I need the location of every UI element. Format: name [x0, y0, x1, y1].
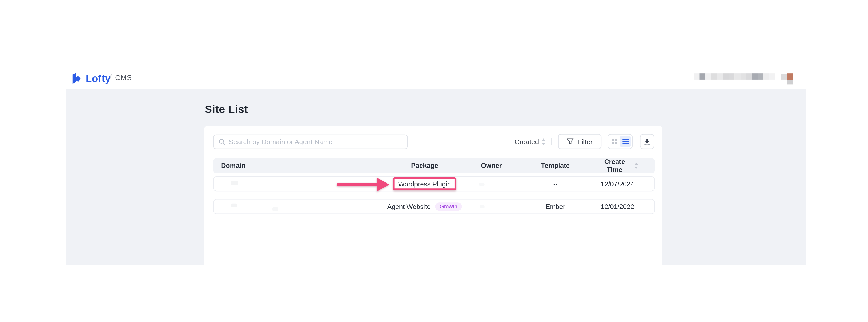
- redacted-domain-block: [231, 203, 237, 207]
- redacted-pixel-block: [752, 73, 758, 79]
- redacted-pixel-block: [764, 73, 769, 79]
- avatar-pixel-block: [787, 73, 793, 80]
- cell-owner-redacted: [469, 200, 514, 214]
- annotation-arrow-icon: [337, 176, 390, 192]
- lofty-logo-icon: [70, 72, 83, 85]
- column-header-package: Package: [380, 162, 469, 170]
- redacted-domain-block: [231, 181, 238, 185]
- list-controls: Created Filter: [515, 134, 655, 149]
- download-button[interactable]: [640, 134, 654, 149]
- avatar-pixel-block: [781, 74, 787, 79]
- column-header-create-time[interactable]: Create Time: [597, 158, 655, 173]
- cell-create-time: 12/07/2024: [597, 177, 654, 191]
- column-header-template: Template: [514, 162, 597, 170]
- redacted-pixel-block: [711, 73, 717, 79]
- list-view-button[interactable]: [620, 136, 631, 148]
- package-name: Agent Website: [388, 203, 431, 211]
- user-avatar-redacted[interactable]: [781, 73, 793, 85]
- divider: [552, 138, 552, 145]
- filter-funnel-icon: [567, 138, 574, 145]
- list-view-icon: [622, 138, 629, 144]
- table-row[interactable]: Wordpress Plugin -- 12/07/2024: [213, 176, 655, 192]
- grid-view-button[interactable]: [609, 136, 620, 148]
- create-time-label: Create Time: [597, 158, 632, 173]
- redacted-domain-block: [272, 207, 278, 211]
- brand-name: Lofty: [86, 73, 111, 84]
- redacted-pixel-block: [740, 73, 746, 79]
- cell-template: --: [514, 177, 597, 191]
- grid-view-icon: [612, 138, 618, 144]
- breadcrumb-cms: CMS: [115, 74, 132, 81]
- cell-package: Wordpress Plugin: [380, 177, 469, 191]
- column-header-owner: Owner: [469, 162, 514, 170]
- filter-button-label: Filter: [578, 138, 593, 146]
- cell-template: Ember: [514, 200, 597, 214]
- redacted-pixel-block: [717, 73, 723, 79]
- top-header-bar: Lofty / CMS: [0, 0, 868, 89]
- redacted-pixel-block: [746, 73, 752, 79]
- redacted-pixel-block: [723, 73, 729, 79]
- download-icon: [643, 138, 651, 146]
- site-list-card: Created Filter: [204, 126, 662, 265]
- avatar-pixel-block: [787, 80, 793, 84]
- lofty-brand-link[interactable]: Lofty: [70, 72, 111, 85]
- created-sort-label: Created: [515, 138, 539, 146]
- created-sort-control[interactable]: Created: [515, 138, 546, 146]
- redacted-owner-block: [480, 205, 485, 209]
- sort-arrows-icon: [634, 162, 638, 169]
- redacted-pixel-block: [769, 73, 775, 79]
- cell-owner-redacted: [469, 177, 514, 191]
- cell-domain-redacted: [214, 200, 380, 214]
- search-input[interactable]: [229, 138, 402, 146]
- view-toggle-group: [608, 134, 632, 149]
- cell-create-time: 12/01/2022: [597, 200, 654, 214]
- search-box: [213, 134, 408, 149]
- redacted-pixel-block: [735, 73, 741, 79]
- table-header-row: Domain Package Owner Template Create Tim…: [213, 158, 655, 173]
- page-canvas: Lofty / CMS Site List Created: [0, 0, 868, 322]
- redacted-user-info: [694, 73, 775, 79]
- column-header-domain: Domain: [213, 162, 380, 170]
- redacted-pixel-block: [700, 73, 706, 79]
- growth-badge: Growth: [435, 202, 462, 211]
- sort-arrows-icon: [541, 138, 546, 145]
- breadcrumb-separator: /: [110, 72, 112, 81]
- redacted-pixel-block: [706, 73, 711, 79]
- redacted-pixel-block: [694, 73, 700, 79]
- package-highlight-box: Wordpress Plugin: [393, 178, 457, 190]
- search-icon: [219, 138, 225, 145]
- page-title: Site List: [205, 103, 248, 116]
- redacted-pixel-block: [758, 73, 764, 79]
- redacted-owner-block: [479, 183, 485, 186]
- table-row[interactable]: Agent Website Growth Ember 12/01/2022: [213, 199, 655, 214]
- cell-package: Agent Website Growth: [380, 200, 469, 214]
- redacted-pixel-block: [728, 73, 735, 79]
- filter-button[interactable]: Filter: [558, 134, 602, 149]
